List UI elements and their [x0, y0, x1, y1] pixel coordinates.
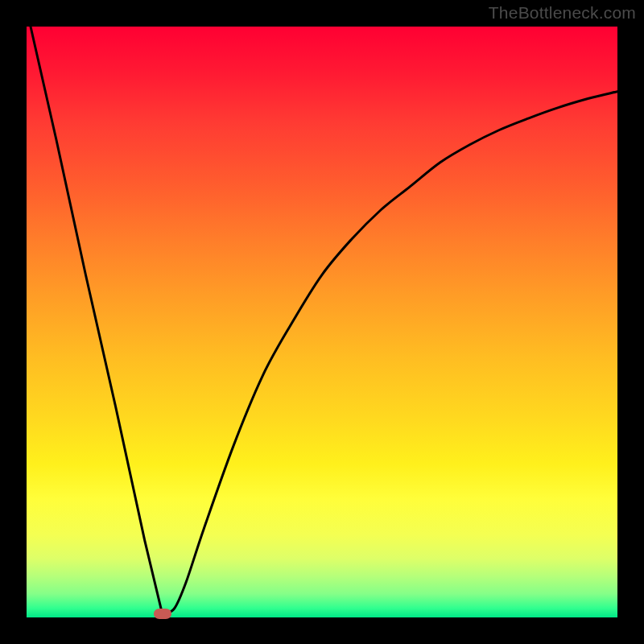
plot-area [27, 27, 617, 617]
optimal-point-marker [154, 609, 171, 619]
chart-frame: TheBottleneck.com [0, 0, 644, 644]
watermark-text: TheBottleneck.com [489, 3, 636, 23]
curve-layer [27, 27, 617, 617]
bottleneck-curve [27, 9, 617, 614]
